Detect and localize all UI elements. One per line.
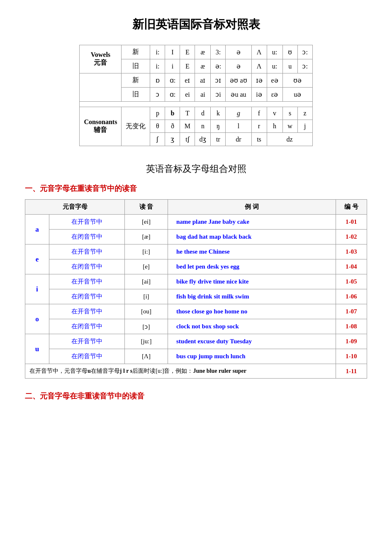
- phoneme-cell: ə:: [211, 59, 226, 73]
- phoneme-cell: tʃ: [180, 133, 195, 146]
- example-words: fish big drink sit milk swim: [168, 289, 336, 304]
- phoneme-cell: ɔ: [150, 88, 165, 102]
- subsection2-title: 二、元音字母在非重读音节中的读音: [25, 391, 367, 401]
- entry-number: 1-09: [336, 334, 367, 349]
- no-change-label: 无变化: [122, 107, 150, 146]
- phoneme-cell: u: [282, 59, 297, 73]
- context-cell: 在开音节中: [49, 304, 124, 319]
- phoneme-cell: M: [180, 120, 195, 133]
- table-row: u 在开音节中 [ju:] student excuse duty Tuesda…: [25, 334, 367, 349]
- table-row: 在闭音节中 [e] bed let pen desk yes egg 1-04: [25, 259, 367, 274]
- phoneme-cell: eɪ: [180, 73, 195, 88]
- context-cell: 在闭音节中: [49, 319, 124, 334]
- vowel-letter-u: u: [25, 334, 49, 364]
- table-row: 在闭音节中 [i] fish big drink sit milk swim 1…: [25, 289, 367, 304]
- phoneme-cell: Λ: [251, 59, 267, 73]
- phoneme-cell: u:: [267, 59, 282, 73]
- phoneme-display: [Λ]: [125, 349, 168, 364]
- phoneme-display: [e]: [125, 259, 168, 274]
- phoneme-display: [i:]: [125, 244, 168, 259]
- phoneme-cell: f: [251, 107, 267, 120]
- phoneme-display: [ɔ]: [125, 319, 168, 334]
- phoneme-cell: əʊ aʊ: [226, 73, 251, 88]
- phoneme-cell: eə: [267, 73, 282, 88]
- phoneme-cell: l: [226, 120, 251, 133]
- phoneme-cell: g: [226, 107, 251, 120]
- context-cell: 在闭音节中: [49, 349, 124, 364]
- context-cell: 在闭音节中: [49, 230, 124, 244]
- phoneme-display: [æ]: [125, 230, 168, 244]
- context-cell: 在开音节中: [49, 274, 124, 289]
- example-words: bag dad hat map black back: [168, 230, 336, 244]
- entry-number: 1-07: [336, 304, 367, 319]
- vowel-letter-e: e: [25, 244, 49, 274]
- phoneme-cell: dʒ: [195, 133, 211, 146]
- phoneme-cell: 3:: [211, 45, 226, 59]
- example-words: name plane Jane baby cake: [168, 215, 336, 230]
- new-label-2: 新: [122, 73, 150, 88]
- example-words: he these me Chinese: [168, 244, 336, 259]
- phoneme-cell: ɑ:: [165, 88, 180, 102]
- example-words: bike fly drive time nice kite: [168, 274, 336, 289]
- example-words: bed let pen desk yes egg: [168, 259, 336, 274]
- phoneme-cell: r: [251, 120, 267, 133]
- phoneme-cell: ə: [226, 45, 251, 59]
- phoneme-cell: ʊ: [282, 45, 297, 59]
- new-label-1: 新: [122, 45, 150, 59]
- phoneme-cell: Λ: [251, 45, 267, 59]
- phoneme-cell: ʒ: [165, 133, 180, 146]
- page-title: 新旧英语国际音标对照表: [25, 17, 367, 32]
- phoneme-cell: i:: [150, 59, 165, 73]
- phoneme-cell: E: [180, 59, 195, 73]
- context-cell: 在开音节中: [49, 244, 124, 259]
- header-number: 编 号: [336, 200, 367, 215]
- phoneme-cell: j: [297, 120, 312, 133]
- note-text: 在开音节中，元音字母u在辅音字母j l r s后面时读[u:]音，例如：June…: [25, 364, 336, 379]
- table-row: 在闭音节中 [Λ] bus cup jump much lunch 1-10: [25, 349, 367, 364]
- phoneme-cell: dz: [267, 133, 312, 146]
- entry-number: 1-04: [336, 259, 367, 274]
- phoneme-cell: εə: [267, 88, 282, 102]
- context-cell: 在闭音节中: [49, 259, 124, 274]
- phoneme-cell: ɪə: [251, 73, 267, 88]
- phoneme-cell: u:: [267, 45, 282, 59]
- context-cell: 在闭音节中: [49, 289, 124, 304]
- phoneme-cell: tr: [211, 133, 226, 146]
- table-row: 在闭音节中 [ɔ] clock not box shop sock 1-08: [25, 319, 367, 334]
- entry-number: 1-03: [336, 244, 367, 259]
- phoneme-cell: ai: [195, 88, 211, 102]
- phoneme-display: [ju:]: [125, 334, 168, 349]
- table-row: i 在开音节中 [ai] bike fly drive time nice ki…: [25, 274, 367, 289]
- table-row: o 在开音节中 [ou] those close go hoe home no …: [25, 304, 367, 319]
- phoneme-cell: ŋ: [211, 120, 226, 133]
- entry-number: 1-08: [336, 319, 367, 334]
- vowels-label-2: [80, 73, 122, 102]
- header-vowel-letter: 元音字母: [25, 200, 125, 215]
- entry-number: 1-02: [336, 230, 367, 244]
- phoneme-cell: ʃ: [150, 133, 165, 146]
- context-cell: 在开音节中: [49, 334, 124, 349]
- phoneme-cell: p: [150, 107, 165, 120]
- entry-number: 1-11: [336, 364, 367, 379]
- phoneme-cell: ɔi: [211, 88, 226, 102]
- phoneme-cell: z: [297, 107, 312, 120]
- phoneme-cell: E: [180, 45, 195, 59]
- phoneme-cell: w: [282, 120, 297, 133]
- phoneme-cell: k: [211, 107, 226, 120]
- phoneme-cell: i: [165, 59, 180, 73]
- old-label-2: 旧: [122, 88, 150, 102]
- phoneme-cell: ð: [165, 120, 180, 133]
- example-words: clock not box shop sock: [168, 319, 336, 334]
- phoneme-cell: ʊə: [282, 73, 312, 88]
- note-row: 在开音节中，元音字母u在辅音字母j l r s后面时读[u:]音，例如：June…: [25, 364, 367, 379]
- consonants-label: Consonants辅音: [80, 107, 122, 146]
- phoneme-cell: ɑ:: [165, 73, 180, 88]
- entry-number: 1-06: [336, 289, 367, 304]
- header-pronunciation: 读 音: [125, 200, 168, 215]
- vowel-letters-table: 元音字母 读 音 例 词 编 号 a 在开音节中 [ei] name plane…: [25, 199, 367, 379]
- phonetic-comparison-table: Vowels元音 新 i: I E æ 3: ə Λ u: ʊ ɔ: 旧 i: …: [79, 45, 312, 146]
- phoneme-cell: dr: [226, 133, 251, 146]
- phoneme-display: [i]: [125, 289, 168, 304]
- example-words: bus cup jump much lunch: [168, 349, 336, 364]
- phoneme-cell: i:: [150, 45, 165, 59]
